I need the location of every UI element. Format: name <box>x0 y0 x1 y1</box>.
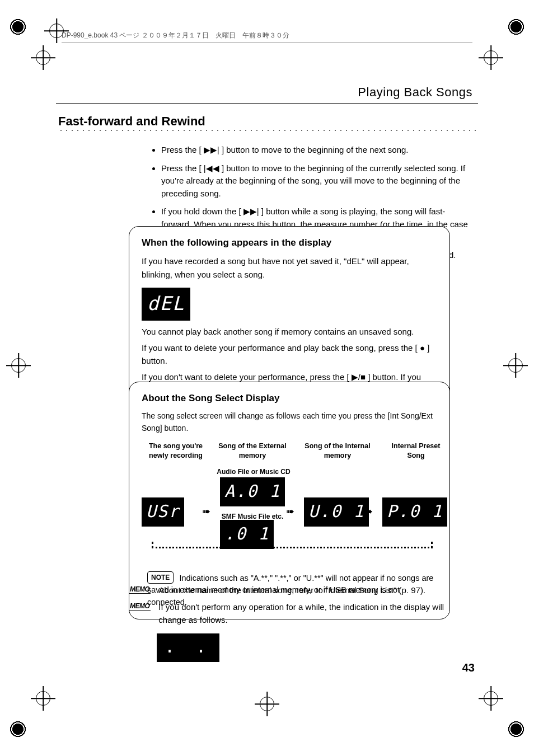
body-text: If you want to delete your performance a… <box>142 341 437 368</box>
lcd-display: .0 1 <box>220 520 274 550</box>
crop-mark-icon <box>260 697 274 711</box>
arrow-right-icon: ➠ <box>364 504 373 520</box>
dashed-return-arrow <box>152 547 433 548</box>
lcd-display-blank: . . <box>157 633 219 662</box>
divider <box>56 103 478 104</box>
diagram-sublabel: Audio File or Music CD <box>203 467 304 476</box>
page-number: 43 <box>462 661 475 674</box>
registration-mark-icon <box>7 718 29 740</box>
crop-mark-icon <box>484 691 498 706</box>
lcd-display: P.0 1 <box>382 497 447 527</box>
memo-row: MEMO If you don't perform any operation … <box>129 601 472 626</box>
body-text: The song select screen will change as fo… <box>142 410 437 434</box>
crop-mark-icon <box>484 50 498 65</box>
manual-page: DP-990_e.book 43 ページ ２００９年２月１７日 火曜日 午前８時… <box>0 0 534 756</box>
lcd-display: USr <box>142 497 184 527</box>
crop-mark-icon <box>11 358 26 373</box>
body-text: You cannot play back another song if mem… <box>142 325 437 338</box>
crop-mark-icon <box>36 691 50 706</box>
body-text: If you have recorded a song but have not… <box>142 255 437 281</box>
diagram-label: The song you're newly recording <box>139 442 212 461</box>
list-item: Press the [ |◀◀ ] button to move to the … <box>161 162 472 200</box>
section-heading: Fast-forward and Rewind <box>58 114 205 129</box>
arrow-right-icon: ➠ <box>286 504 294 520</box>
print-header: DP-990_e.book 43 ページ ２００９年２月１７日 火曜日 午前８時… <box>62 31 472 43</box>
memo-badge: MEMO <box>129 601 151 611</box>
diagram-label: Internal Preset Song <box>388 442 444 461</box>
diagram-label: Song of the Internal memory <box>298 442 377 461</box>
note-badge: NOTE <box>147 571 174 584</box>
song-select-diagram: The song you're newly recording Song of … <box>142 442 437 553</box>
crop-mark-icon <box>508 358 523 373</box>
memo-row: MEMO About the name of the internal song… <box>129 584 472 597</box>
box-title: When the following appears in the displa… <box>142 236 437 250</box>
lcd-display-del: dEL <box>142 288 190 321</box>
diagram-label: Song of the External memory <box>213 442 292 461</box>
memo-text: If you don't perform any operation for a… <box>158 601 472 626</box>
lcd-display: U.0 1 <box>304 497 369 527</box>
list-item: Press the [ ▶▶| ] button to move to the … <box>161 144 472 157</box>
box-title: About the Song Select Display <box>142 391 437 406</box>
lcd-display: A.0 1 <box>220 477 285 507</box>
chapter-title: Playing Back Songs <box>358 85 472 100</box>
arrow-right-icon: ➠ <box>202 504 210 520</box>
registration-mark-icon <box>7 16 29 38</box>
crop-mark-icon <box>36 50 50 65</box>
memo-text: About the name of the internal song, ref… <box>158 584 472 597</box>
memo-badge: MEMO <box>129 584 151 594</box>
registration-mark-icon <box>505 16 527 38</box>
registration-mark-icon <box>505 718 527 740</box>
dotted-divider <box>58 129 476 132</box>
